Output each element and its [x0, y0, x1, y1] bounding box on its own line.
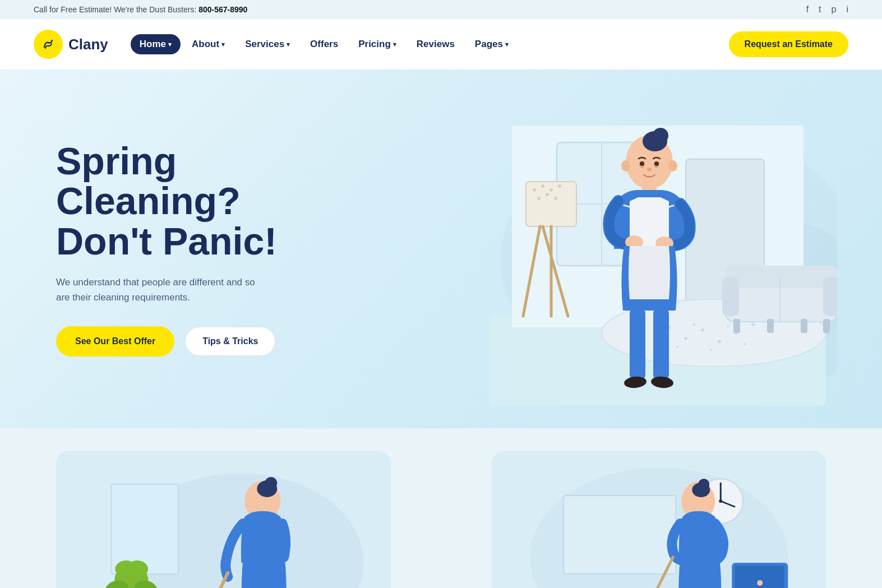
- svg-point-48: [654, 161, 659, 166]
- svg-point-34: [549, 188, 553, 192]
- svg-point-15: [751, 323, 755, 326]
- social-icons-group: f t p i: [806, 4, 848, 15]
- bottom-card-left-svg: [56, 451, 391, 588]
- svg-rect-56: [653, 308, 669, 381]
- see-best-offer-button[interactable]: See Our Best Offer: [56, 326, 174, 356]
- chevron-down-icon: ▾: [393, 41, 396, 48]
- twitter-icon[interactable]: t: [819, 4, 821, 15]
- nav-item-pages[interactable]: Pages ▾: [466, 34, 518, 54]
- svg-point-51: [668, 160, 677, 172]
- svg-rect-26: [733, 319, 740, 333]
- hero-subtitle: We understand that people are different …: [56, 275, 269, 305]
- svg-point-69: [265, 477, 277, 489]
- svg-point-50: [621, 160, 630, 172]
- logo-text: Clany: [68, 36, 108, 53]
- svg-rect-24: [823, 277, 837, 316]
- main-nav: Home ▾ About ▾ Services ▾ Offers Pricing…: [131, 34, 729, 54]
- svg-point-49: [647, 168, 652, 171]
- facebook-icon[interactable]: f: [806, 4, 809, 15]
- svg-rect-27: [767, 319, 774, 333]
- top-bar: Call for Free Estimate! We're the Dust B…: [0, 0, 882, 19]
- cleaner-figure-svg: [574, 103, 725, 428]
- svg-point-19: [727, 325, 729, 327]
- svg-point-35: [558, 184, 561, 188]
- chevron-down-icon: ▾: [505, 41, 509, 48]
- svg-rect-22: [725, 266, 837, 288]
- svg-point-37: [546, 193, 549, 196]
- svg-rect-29: [823, 319, 830, 333]
- chevron-down-icon: ▾: [287, 41, 290, 48]
- nav-item-pricing[interactable]: Pricing ▾: [349, 34, 405, 54]
- bottom-card-right: [492, 451, 826, 588]
- instagram-icon[interactable]: i: [846, 4, 848, 15]
- svg-point-32: [533, 188, 536, 192]
- hero-illustration: [377, 70, 882, 428]
- svg-rect-28: [801, 319, 807, 333]
- svg-point-36: [537, 197, 541, 200]
- top-bar-text: Call for Free Estimate! We're the Dust B…: [34, 5, 247, 14]
- pinterest-icon[interactable]: p: [832, 4, 837, 15]
- svg-point-85: [757, 580, 763, 586]
- logo-svg: [40, 36, 57, 53]
- hero-section: Spring Cleaning? Don't Panic! We underst…: [0, 70, 882, 428]
- request-estimate-button[interactable]: Request an Estimate: [729, 31, 848, 57]
- svg-point-38: [554, 197, 557, 200]
- hero-buttons: See Our Best Offer Tips & Tricks: [56, 326, 277, 356]
- nav-item-services[interactable]: Services ▾: [236, 34, 299, 54]
- tips-tricks-button[interactable]: Tips & Tricks: [184, 326, 276, 356]
- nav-item-home[interactable]: Home ▾: [131, 34, 181, 54]
- svg-point-47: [640, 161, 644, 166]
- bottom-card-right-svg: [492, 451, 826, 588]
- nav-item-offers[interactable]: Offers: [301, 34, 347, 54]
- svg-point-0: [41, 37, 56, 52]
- logo-icon: [34, 30, 63, 59]
- logo[interactable]: Clany: [34, 30, 108, 59]
- chevron-down-icon: ▾: [168, 41, 172, 48]
- chevron-down-icon: ▾: [221, 41, 225, 48]
- hero-title: Spring Cleaning? Don't Panic!: [56, 141, 277, 261]
- svg-point-33: [541, 184, 544, 188]
- svg-point-89: [698, 479, 709, 490]
- svg-rect-81: [564, 496, 676, 574]
- svg-point-20: [744, 343, 746, 345]
- header: Clany Home ▾ About ▾ Services ▾ Offers P…: [0, 19, 882, 70]
- svg-rect-60: [111, 484, 178, 574]
- bottom-card-left: [56, 451, 391, 588]
- nav-item-reviews[interactable]: Reviews: [408, 34, 464, 54]
- hero-content: Spring Cleaning? Don't Panic! We underst…: [56, 141, 277, 357]
- nav-item-about[interactable]: About ▾: [183, 34, 234, 54]
- phone-number[interactable]: 800-567-8990: [198, 5, 247, 14]
- svg-rect-55: [630, 308, 645, 381]
- svg-point-44: [653, 128, 668, 143]
- bottom-section: [0, 428, 882, 588]
